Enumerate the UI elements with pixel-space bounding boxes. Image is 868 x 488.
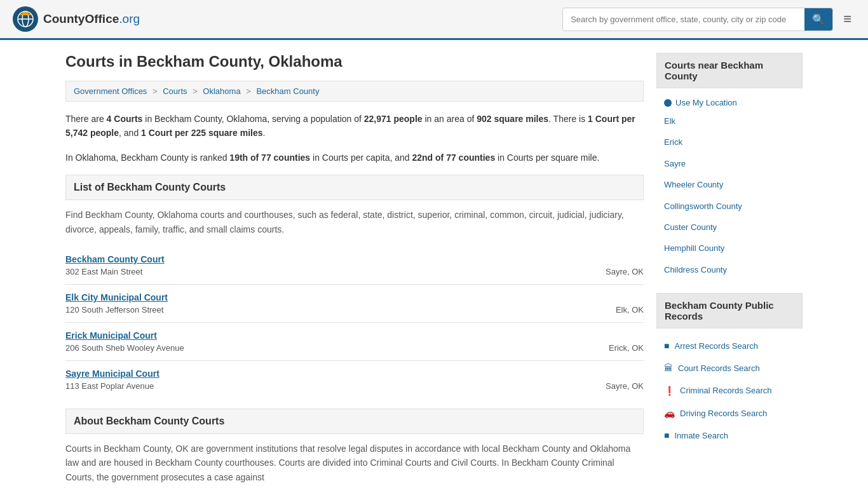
records-link-4[interactable]: ■ Inmate Search — [656, 424, 803, 447]
court-name-0[interactable]: Beckham County Court — [65, 254, 644, 264]
breadcrumb: Government Offices > Courts > Oklahoma >… — [65, 81, 644, 102]
about-section: About Beckham County Courts Courts in Be… — [65, 409, 644, 484]
court-name-1[interactable]: Elk City Municipal Court — [65, 292, 644, 302]
court-city-3: Sayre, OK — [606, 381, 644, 391]
court-entry-2: Erick Municipal Court 206 South Sheb Woo… — [65, 323, 644, 361]
content-area: Courts in Beckham County, Oklahoma Gover… — [65, 53, 644, 488]
list-description: Find Beckham County, Oklahoma courts and… — [65, 208, 644, 236]
breadcrumb-beckham-county[interactable]: Beckham County — [256, 86, 319, 96]
court-city-1: Elk, OK — [616, 305, 644, 315]
info-paragraph-1: There are 4 Courts in Beckham County, Ok… — [65, 112, 644, 140]
court-address-2: 206 South Sheb Wooley Avenue — [65, 343, 184, 353]
records-link-0[interactable]: ■ Arrest Records Search — [656, 335, 803, 357]
search-bar: 🔍 — [562, 8, 833, 31]
hamburger-menu-icon[interactable]: ≡ — [839, 7, 855, 31]
nearby-link-5[interactable]: Custer County — [656, 217, 803, 238]
search-input[interactable] — [563, 10, 804, 29]
nearby-courts-section: Courts near Beckham County Use My Locati… — [656, 53, 803, 280]
info-paragraph-2: In Oklahoma, Beckham County is ranked 19… — [65, 151, 644, 165]
court-city-0: Sayre, OK — [606, 267, 644, 276]
logo-text: CountyOffice.org — [43, 12, 140, 26]
nearby-link-2[interactable]: Sayre — [656, 153, 803, 174]
driving-records-icon: 🚗 — [664, 405, 675, 421]
records-link-3[interactable]: 🚗 Driving Records Search — [656, 402, 803, 424]
search-button[interactable]: 🔍 — [804, 8, 832, 30]
page-title: Courts in Beckham County, Oklahoma — [65, 53, 644, 71]
nearby-courts-title: Courts near Beckham County — [656, 53, 803, 88]
about-heading: About Beckham County Courts — [65, 409, 644, 434]
court-entry-3: Sayre Municipal Court 113 East Poplar Av… — [65, 361, 644, 398]
main-container: Courts in Beckham County, Oklahoma Gover… — [53, 40, 815, 488]
courts-list: Beckham County Court 302 East Main Stree… — [65, 247, 644, 398]
logo-area: CountyOffice.org — [13, 6, 140, 32]
court-city-2: Erick, OK — [609, 343, 644, 353]
court-records-icon: 🏛 — [664, 360, 673, 376]
records-link-1[interactable]: 🏛 Court Records Search — [656, 357, 803, 379]
nearby-link-4[interactable]: Collingsworth County — [656, 196, 803, 217]
header-right: 🔍 ≡ — [562, 7, 855, 31]
nearby-link-0[interactable]: Elk — [656, 111, 803, 132]
sidebar: Courts near Beckham County Use My Locati… — [656, 53, 803, 488]
logo-icon — [13, 6, 38, 32]
location-dot-icon — [664, 99, 672, 107]
nearby-link-3[interactable]: Wheeler County — [656, 174, 803, 195]
criminal-records-icon: ❗ — [664, 383, 675, 399]
nearby-link-7[interactable]: Childress County — [656, 259, 803, 280]
court-name-3[interactable]: Sayre Municipal Court — [65, 369, 644, 379]
court-entry-0: Beckham County Court 302 East Main Stree… — [65, 247, 644, 285]
public-records-title: Beckham County Public Records — [656, 293, 803, 329]
court-entry-1: Elk City Municipal Court 120 South Jeffe… — [65, 285, 644, 323]
court-address-3: 113 East Poplar Avenue — [65, 381, 154, 391]
court-address-0: 302 East Main Street — [65, 267, 142, 276]
use-my-location-link[interactable]: Use My Location — [656, 95, 803, 111]
breadcrumb-courts[interactable]: Courts — [163, 86, 187, 96]
inmate-search-icon: ■ — [664, 428, 669, 444]
court-address-1: 120 South Jefferson Street — [65, 305, 163, 315]
about-text: Courts in Beckham County, OK are governm… — [65, 442, 644, 484]
list-heading: List of Beckham County Courts — [65, 175, 644, 200]
breadcrumb-government-offices[interactable]: Government Offices — [74, 86, 147, 96]
records-link-2[interactable]: ❗ Criminal Records Search — [656, 380, 803, 402]
arrest-records-icon: ■ — [664, 338, 669, 354]
breadcrumb-oklahoma[interactable]: Oklahoma — [203, 86, 240, 96]
nearby-link-1[interactable]: Erick — [656, 132, 803, 152]
court-name-2[interactable]: Erick Municipal Court — [65, 330, 644, 341]
nearby-link-6[interactable]: Hemphill County — [656, 238, 803, 259]
header: CountyOffice.org 🔍 ≡ — [0, 0, 868, 40]
public-records-section: Beckham County Public Records ■ Arrest R… — [656, 293, 803, 447]
